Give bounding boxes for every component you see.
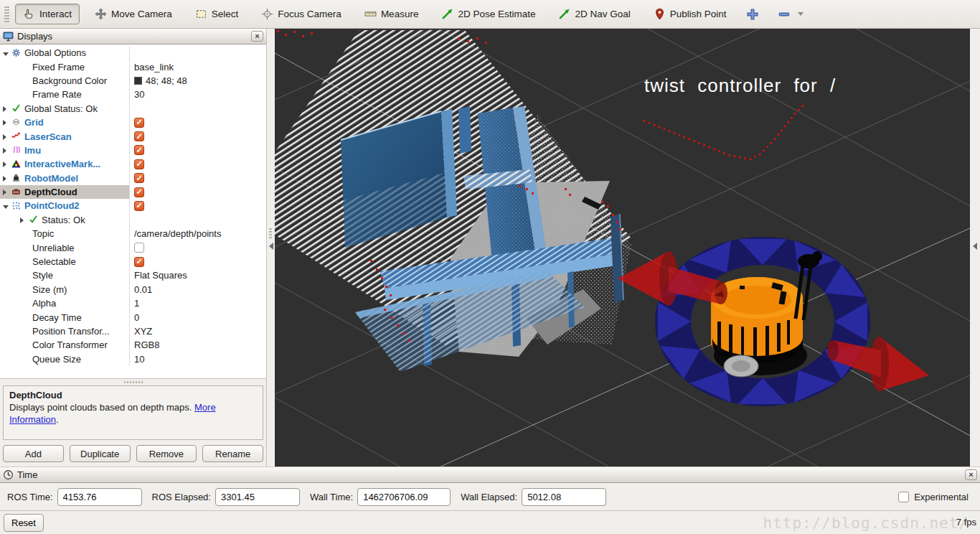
checkbox-checked[interactable]: ✓ <box>134 145 144 155</box>
toolbar-tools: InteractMove CameraSelectFocus CameraMea… <box>15 4 735 24</box>
tool-publish-point-button[interactable]: Publish Point <box>646 4 735 24</box>
tree-row-value[interactable]: 1 <box>134 298 139 309</box>
left-panel-splitter[interactable] <box>267 29 275 467</box>
right-panel-splitter[interactable] <box>970 29 980 467</box>
collapse-arrow-icon[interactable] <box>3 103 10 114</box>
rename-button[interactable]: Rename <box>202 445 263 462</box>
status-check-icon <box>29 215 39 225</box>
ros-elapsed-input[interactable] <box>215 488 300 506</box>
tree-row-unreliable[interactable]: Unreliable <box>0 240 266 254</box>
tool-select-button[interactable]: Select <box>187 4 247 24</box>
tree-row-value[interactable]: 48; 48; 48 <box>146 75 187 86</box>
expand-arrow-icon[interactable] <box>3 47 10 58</box>
checkbox-unchecked[interactable] <box>134 243 144 253</box>
collapse-arrow-icon[interactable] <box>20 215 27 225</box>
tool-move-camera-button[interactable]: Move Camera <box>87 4 180 24</box>
tree-row-value[interactable]: Flat Squares <box>134 270 187 281</box>
tree-label-cell: Background Color <box>0 74 130 88</box>
tree-row-value[interactable]: 0.01 <box>134 284 152 295</box>
tool-focus-camera-button[interactable]: Focus Camera <box>253 4 349 24</box>
tree-row-topic[interactable]: Topic/camera/depth/points <box>0 227 266 240</box>
checkbox-checked[interactable]: ✓ <box>134 257 144 267</box>
tree-row-value[interactable]: 30 <box>134 89 144 100</box>
tree-row-global-status-ok[interactable]: Global Status: Ok <box>0 102 266 116</box>
tree-label-cell: Topic <box>0 227 130 240</box>
tree-row-alpha[interactable]: Alpha1 <box>0 296 266 310</box>
tree-row-label: RobotModel <box>24 173 78 184</box>
tree-row-imu[interactable]: Imu✓ <box>0 144 266 157</box>
checkbox-checked[interactable]: ✓ <box>134 159 144 169</box>
ros-time-input[interactable] <box>57 488 142 506</box>
tree-label-cell: RobotModel <box>0 172 130 185</box>
tree-row-laserscan[interactable]: LaserScan✓ <box>0 129 266 143</box>
duplicate-button[interactable]: Duplicate <box>70 445 131 462</box>
tree-row-value[interactable]: 10 <box>134 354 144 365</box>
tool-2d-nav-goal-button[interactable]: 2D Nav Goal <box>550 4 638 24</box>
tool-label: Move Camera <box>111 9 172 19</box>
tree-row-queue-size[interactable]: Queue Size10 <box>0 352 266 366</box>
tree-row-interactivemark[interactable]: InteractiveMark...✓ <box>0 157 266 171</box>
wall-elapsed-input[interactable] <box>522 488 606 506</box>
tree-row-status-ok[interactable]: Status: Ok <box>0 213 266 227</box>
checkbox-checked[interactable]: ✓ <box>134 187 144 197</box>
add-button[interactable]: Add <box>3 445 64 462</box>
time-panel-header[interactable]: Time × <box>0 467 980 483</box>
reset-button[interactable]: Reset <box>4 514 44 532</box>
displays-close-button[interactable]: × <box>251 31 263 42</box>
collapse-right-arrow-icon[interactable] <box>973 243 977 250</box>
tree-value-cell: 0.01 <box>130 284 266 295</box>
tool-interact-button[interactable]: Interact <box>15 4 80 24</box>
tree-row-position-transfor[interactable]: Position Transfor...XYZ <box>0 324 266 338</box>
remove-button[interactable]: Remove <box>136 445 197 462</box>
tool-2d-pose-estimate-button[interactable]: 2D Pose Estimate <box>433 4 543 24</box>
collapse-left-arrow-icon[interactable] <box>269 243 273 250</box>
tree-row-label: Status: Ok <box>42 215 85 225</box>
tree-row-style[interactable]: StyleFlat Squares <box>0 268 266 282</box>
tree-row-value[interactable]: /camera/depth/points <box>134 228 221 239</box>
collapse-arrow-icon[interactable] <box>3 159 10 169</box>
tree-row-pointcloud2[interactable]: PointCloud2✓ <box>0 199 266 212</box>
tree-row-selectable[interactable]: Selectable✓ <box>0 255 266 268</box>
displays-splitter-grip[interactable] <box>0 379 266 385</box>
3d-viewport[interactable]: twist controller for / <box>275 29 970 467</box>
tree-row-value[interactable]: XYZ <box>134 326 152 337</box>
tree-row-decay-time[interactable]: Decay Time0 <box>0 310 266 324</box>
tree-label-cell: Frame Rate <box>0 88 130 101</box>
expand-arrow-icon[interactable] <box>3 200 10 211</box>
tree-row-global-options[interactable]: Global Options <box>0 46 266 60</box>
tree-row-value[interactable]: RGB8 <box>134 339 159 350</box>
tree-row-robotmodel[interactable]: RobotModel✓ <box>0 172 266 185</box>
collapse-arrow-icon[interactable] <box>3 173 10 184</box>
experimental-checkbox[interactable] <box>898 492 909 502</box>
tree-row-frame-rate[interactable]: Frame Rate30 <box>0 88 266 101</box>
checkbox-checked[interactable]: ✓ <box>134 201 144 211</box>
remove-tool-button[interactable] <box>775 5 793 24</box>
rviz-window: InteractMove CameraSelectFocus CameraMea… <box>0 0 980 534</box>
tree-row-value[interactable]: base_link <box>134 62 174 72</box>
tree-row-size-m[interactable]: Size (m)0.01 <box>0 283 266 296</box>
checkbox-checked[interactable]: ✓ <box>134 118 144 128</box>
tool-measure-button[interactable]: Measure <box>357 4 427 24</box>
tree-row-fixed-frame[interactable]: Fixed Framebase_link <box>0 60 266 73</box>
collapse-arrow-icon[interactable] <box>3 131 10 142</box>
collapse-arrow-icon[interactable] <box>3 145 10 156</box>
tree-row-value[interactable]: 0 <box>134 312 139 323</box>
toolbar-dropdown-caret-icon[interactable] <box>798 12 804 16</box>
toolbar-grip[interactable] <box>4 6 9 22</box>
clock-icon <box>3 469 14 480</box>
tree-row-color-transformer[interactable]: Color TransformerRGB8 <box>0 338 266 352</box>
collapse-arrow-icon[interactable] <box>3 187 10 197</box>
publish-point-icon <box>654 8 666 20</box>
tree-row-grid[interactable]: Grid✓ <box>0 116 266 129</box>
add-tool-button[interactable] <box>743 5 762 24</box>
checkbox-checked[interactable]: ✓ <box>134 131 144 141</box>
tree-row-label: Fixed Frame <box>32 62 85 72</box>
tree-value-cell: /camera/depth/points <box>130 228 266 239</box>
tree-row-background-color[interactable]: Background Color48; 48; 48 <box>0 74 266 88</box>
wall-time-input[interactable] <box>357 488 451 506</box>
tree-row-depthcloud[interactable]: DepthCloud✓ <box>0 185 266 199</box>
collapse-arrow-icon[interactable] <box>3 117 10 128</box>
checkbox-checked[interactable]: ✓ <box>134 173 144 183</box>
time-close-button[interactable]: × <box>965 469 977 480</box>
displays-panel-header[interactable]: Displays × <box>0 29 266 44</box>
